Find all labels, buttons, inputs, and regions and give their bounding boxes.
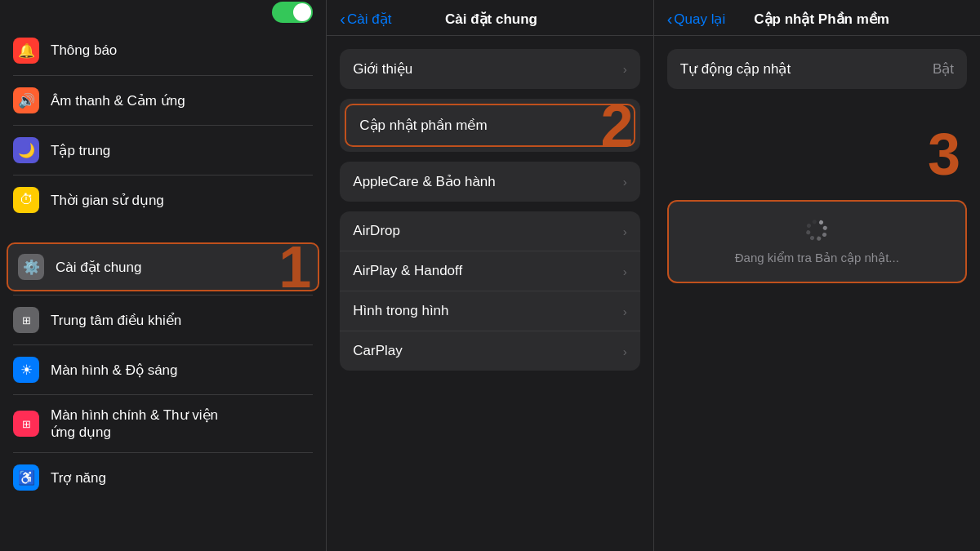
sidebar-item-tap-trung[interactable]: 🌙 Tập trung xyxy=(0,127,326,173)
focus-icon: 🌙 xyxy=(13,137,39,163)
chevron-right-icon: › xyxy=(623,224,627,238)
menu-item-applecare[interactable]: AppleCare & Bảo hành › xyxy=(340,162,639,202)
homescreen-icon: ⊞ xyxy=(13,411,39,437)
menu-item-cap-nhat[interactable]: Cập nhật phần mềm › xyxy=(345,104,635,147)
menu-item-airdrop[interactable]: AirDrop › xyxy=(340,211,639,251)
panel-2: ‹ Cài đặt Cài đặt chung Giới thiệu › Cập… xyxy=(327,0,653,551)
panel-3: ‹ Quay lại Cập nhật Phần mềm Tự động cập… xyxy=(654,0,980,551)
item-label: Tập trung xyxy=(51,142,110,159)
auto-update-value: Bật xyxy=(933,60,954,78)
item-label: Thông báo xyxy=(51,42,117,59)
item-label: Màn hình & Độ sáng xyxy=(51,362,178,379)
svg-point-6 xyxy=(806,223,812,229)
separator xyxy=(13,394,313,395)
sidebar-item-thoi-gian[interactable]: ⏱ Thời gian sử dụng xyxy=(0,177,326,223)
checking-text: Đang kiểm tra Bản cập nhật... xyxy=(735,251,899,265)
item-label: Cài đặt chung xyxy=(56,259,141,276)
settings-list: 🔔 Thông báo 🔊 Âm thanh & Cảm ứng 🌙 Tập t… xyxy=(0,24,326,500)
item-label: Trung tâm điều khiển xyxy=(51,312,181,329)
chevron-right-icon: › xyxy=(623,264,627,278)
svg-point-3 xyxy=(817,236,822,242)
screentime-icon: ⏱ xyxy=(13,187,39,213)
sidebar-item-trung-tam[interactable]: ⊞ Trung tâm điều khiển xyxy=(0,297,326,343)
back-label: Cài đặt xyxy=(347,11,391,28)
menu-item-hinh-trong-hinh[interactable]: Hình trong hình › xyxy=(340,291,639,331)
sidebar-item-man-hinh-chinh[interactable]: ⊞ Màn hình chính & Thư viện ứng dụng xyxy=(0,397,326,451)
chevron-right-icon: › xyxy=(623,62,627,76)
menu-group-connectivity: AirDrop › AirPlay & Handoff › Hình trong… xyxy=(340,211,639,371)
menu-label: Cập nhật phần mềm xyxy=(359,117,487,134)
menu-group-applecare: AppleCare & Bảo hành › xyxy=(340,162,639,202)
chevron-left-icon: ‹ xyxy=(340,10,345,29)
menu-item-carplay[interactable]: CarPlay › xyxy=(340,331,639,371)
back-button-settings[interactable]: ‹ Cài đặt xyxy=(340,10,391,29)
auto-update-row[interactable]: Tự động cập nhật Bật xyxy=(667,49,967,89)
menu-label: AppleCare & Bảo hành xyxy=(353,173,495,190)
sidebar-item-thong-bao[interactable]: 🔔 Thông báo xyxy=(0,28,326,73)
panel-3-title: Cập nhật Phần mềm xyxy=(725,11,918,28)
separator xyxy=(13,125,313,126)
loading-spinner-icon xyxy=(804,218,829,242)
menu-group-intro: Giới thiệu › xyxy=(340,49,639,89)
notification-icon: 🔔 xyxy=(13,38,39,64)
accessibility-icon: ♿ xyxy=(13,464,39,491)
settings-icon: ⚙️ xyxy=(18,254,44,280)
control-center-icon: ⊞ xyxy=(13,307,39,333)
menu-label: Giới thiệu xyxy=(353,60,412,78)
menu-group-update: Cập nhật phần mềm › 2 xyxy=(340,99,639,152)
sidebar-item-cai-dat-chung[interactable]: ⚙️ Cài đặt chung 1 xyxy=(7,242,319,291)
item-label: Âm thanh & Cảm ứng xyxy=(51,92,185,109)
chevron-left-icon: ‹ xyxy=(667,10,673,29)
menu-label: CarPlay xyxy=(353,343,402,359)
menu-label: AirPlay & Handoff xyxy=(353,263,462,279)
panel-2-header: ‹ Cài đặt Cài đặt chung xyxy=(327,0,653,36)
chevron-right-icon: › xyxy=(623,175,627,189)
panel-2-title: Cài đặt chung xyxy=(391,11,590,28)
chevron-right-icon: › xyxy=(617,118,621,132)
checking-update-box: Đang kiểm tra Bản cập nhật... xyxy=(667,200,967,283)
svg-point-0 xyxy=(818,220,824,225)
panel-3-content: Tự động cập nhật Bật 3 Đang kiểm tra Bản… xyxy=(654,36,980,296)
panel-1-top xyxy=(0,0,326,24)
display-icon: ☀ xyxy=(13,357,39,383)
separator xyxy=(13,75,313,76)
chevron-right-icon: › xyxy=(623,304,627,318)
sidebar-item-am-thanh[interactable]: 🔊 Âm thanh & Cảm ứng xyxy=(0,78,326,123)
separator xyxy=(13,295,313,295)
separator xyxy=(13,344,313,345)
auto-update-label: Tự động cập nhật xyxy=(680,60,933,78)
step-number-1: 1 xyxy=(278,238,311,296)
svg-point-2 xyxy=(822,232,827,238)
separator xyxy=(13,452,313,453)
item-label: Màn hình chính & Thư viện ứng dụng xyxy=(51,407,218,441)
chevron-right-icon: › xyxy=(623,344,627,358)
svg-point-4 xyxy=(809,235,815,241)
svg-point-7 xyxy=(812,219,817,224)
menu-item-gioi-thieu[interactable]: Giới thiệu › xyxy=(340,49,639,89)
back-button-quay-lai[interactable]: ‹ Quay lại xyxy=(667,10,726,29)
menu-item-airplay[interactable]: AirPlay & Handoff › xyxy=(340,251,639,291)
panel-2-content: Giới thiệu › Cập nhật phần mềm › 2 Apple… xyxy=(327,36,653,393)
sound-icon: 🔊 xyxy=(13,87,39,113)
back-label: Quay lại xyxy=(674,11,725,28)
item-label: Thời gian sử dụng xyxy=(51,192,164,209)
separator xyxy=(13,175,313,176)
sidebar-item-tro-nang[interactable]: ♿ Trợ năng xyxy=(0,455,326,500)
step-number-3: 3 xyxy=(654,109,980,200)
svg-point-1 xyxy=(822,225,828,231)
menu-label: Hình trong hình xyxy=(353,303,448,319)
menu-label: AirDrop xyxy=(353,223,400,239)
sidebar-item-man-hinh[interactable]: ☀ Màn hình & Độ sáng xyxy=(0,347,326,393)
item-label: Trợ năng xyxy=(51,469,106,487)
panel-1: 🔔 Thông báo 🔊 Âm thanh & Cảm ứng 🌙 Tập t… xyxy=(0,0,327,551)
svg-point-5 xyxy=(806,229,812,235)
panel-3-header: ‹ Quay lại Cập nhật Phần mềm xyxy=(654,0,980,36)
toggle-button[interactable] xyxy=(272,2,313,23)
